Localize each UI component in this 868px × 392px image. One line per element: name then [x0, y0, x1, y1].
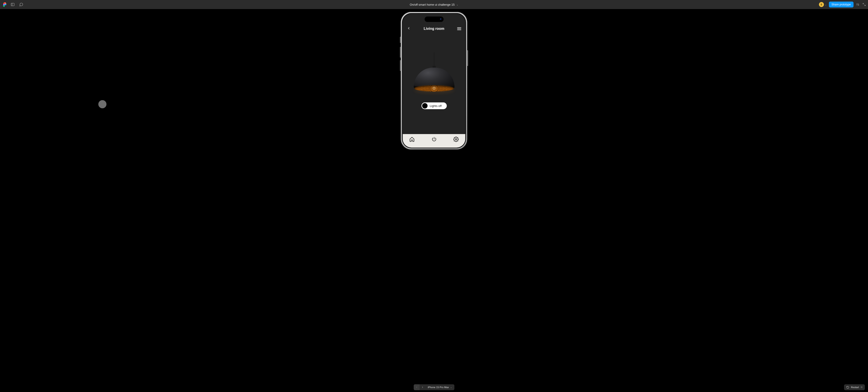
- touch-cursor-indicator: [98, 100, 106, 108]
- tab-settings[interactable]: [453, 136, 459, 142]
- lights-toggle[interactable]: Lights off: [421, 102, 447, 109]
- next-frame-button[interactable]: [420, 384, 426, 390]
- device-side-button: [400, 37, 401, 43]
- device-side-button: [400, 47, 401, 58]
- device-selector[interactable]: iPhone 15 Pro Max ⌄: [426, 384, 454, 390]
- lamp-cord: [434, 52, 434, 67]
- topbar-right-group: S ⌄ Share prototype: [819, 2, 866, 7]
- prototype-canvas[interactable]: Living room: [0, 9, 868, 392]
- chevron-down-icon: ⌄: [825, 3, 827, 6]
- chevron-left-icon: [407, 26, 411, 30]
- hamburger-menu-button[interactable]: [457, 27, 461, 30]
- chevron-left-icon: [415, 386, 418, 389]
- restart-label: Restart: [851, 386, 859, 389]
- prev-frame-button: [414, 384, 420, 390]
- page-title: Living room: [424, 27, 444, 31]
- topbar-left-group: [2, 2, 24, 7]
- device-frame: Living room: [401, 12, 467, 150]
- avatar-initial: S: [820, 3, 822, 6]
- share-prototype-button[interactable]: Share prototype: [829, 2, 854, 7]
- prototype-nav-controls: iPhone 15 Pro Max ⌄: [414, 384, 454, 390]
- svg-point-3: [858, 5, 859, 5]
- device-side-button: [467, 50, 468, 66]
- dynamic-island: [425, 17, 443, 22]
- file-title-group[interactable]: On/off smart home ui challenge 15 ⌄: [410, 3, 458, 6]
- app-header: Living room: [403, 25, 465, 33]
- lamp-bulb-glow: [431, 86, 437, 91]
- toggle-knob: [422, 103, 428, 109]
- tab-bar: [403, 134, 465, 148]
- svg-rect-0: [11, 3, 14, 6]
- hamburger-icon: [457, 27, 461, 28]
- svg-point-4: [456, 139, 457, 140]
- tab-power[interactable]: [431, 136, 437, 142]
- power-icon: [431, 137, 437, 142]
- figma-topbar: On/off smart home ui challenge 15 ⌄ S ⌄ …: [0, 0, 868, 9]
- chevron-right-icon: [421, 386, 424, 389]
- restart-button[interactable]: Restart R: [844, 384, 865, 390]
- panel-toggle-icon[interactable]: [10, 2, 15, 7]
- restart-shortcut-key: R: [861, 386, 863, 389]
- device-label: iPhone 15 Pro Max: [428, 386, 449, 389]
- device-side-button: [400, 60, 401, 71]
- home-icon: [409, 137, 415, 142]
- gear-icon: [454, 137, 459, 142]
- front-camera-icon: [440, 18, 442, 20]
- user-avatar-menu[interactable]: S ⌄: [819, 2, 827, 7]
- lamp-illustration: [412, 52, 456, 93]
- restart-icon: [846, 386, 849, 389]
- avatar: S: [819, 2, 824, 7]
- app-screen: Living room: [403, 14, 465, 148]
- tab-home[interactable]: [409, 136, 415, 142]
- device-bezel: Living room: [402, 13, 466, 148]
- fullscreen-icon[interactable]: [862, 2, 866, 6]
- chevron-down-icon: ⌄: [450, 386, 452, 388]
- figma-logo-icon[interactable]: [3, 2, 6, 7]
- svg-point-2: [857, 4, 857, 4]
- file-title: On/off smart home ui challenge 15: [410, 3, 455, 6]
- toggle-label: Lights off: [430, 104, 442, 108]
- chevron-down-icon: ⌄: [456, 3, 458, 6]
- back-button[interactable]: [407, 26, 411, 31]
- comments-icon[interactable]: [19, 2, 24, 7]
- prototype-options-icon[interactable]: [856, 2, 860, 6]
